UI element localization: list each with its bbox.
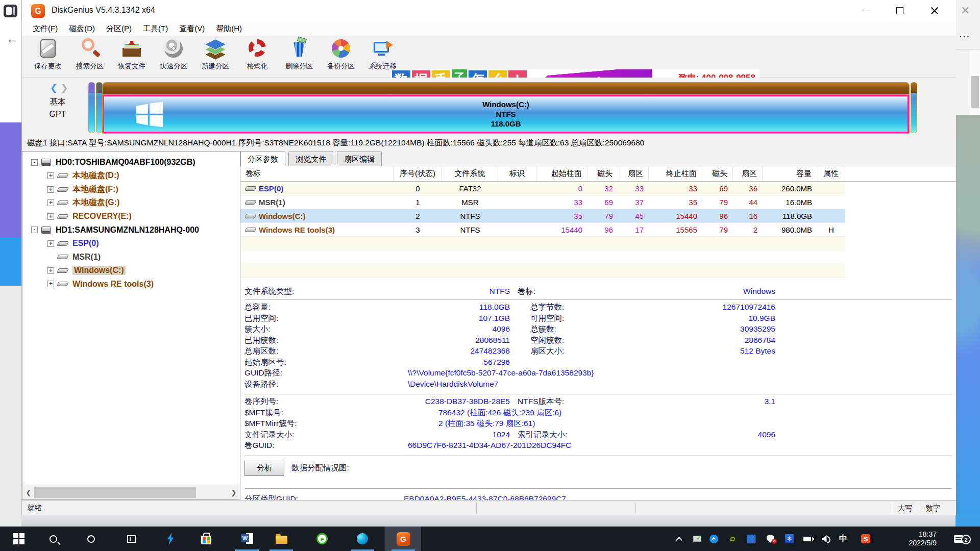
tab-partition-params[interactable]: 分区参数 bbox=[240, 151, 285, 167]
speaker-icon bbox=[822, 535, 829, 542]
tree-item-hd0[interactable]: - HD0:TOSHIBAMQ04ABF100(932GB) bbox=[22, 156, 240, 169]
analyze-button[interactable]: 分析 bbox=[244, 461, 284, 476]
table-row-windows-c-selected[interactable]: Windows(C:) 2NTFS 357945 154409616 118.0… bbox=[240, 209, 845, 223]
scroll-left-icon[interactable]: ❮ bbox=[22, 485, 35, 499]
partition-bar-esp[interactable] bbox=[89, 83, 94, 133]
disk-tree-panel: - HD0:TOSHIBAMQ04ABF100(932GB) + 本地磁盘(D:… bbox=[22, 151, 240, 500]
tree-item-msr[interactable]: MSR(1) bbox=[22, 251, 240, 264]
start-button[interactable] bbox=[7, 527, 31, 551]
tray-snowflake-app[interactable]: ❄ bbox=[782, 527, 797, 551]
volume-icon bbox=[57, 255, 69, 259]
tree-item-windows-c[interactable]: + Windows(C:) bbox=[22, 264, 240, 278]
tray-intel-graphics[interactable] bbox=[743, 527, 758, 551]
tray-nvidia[interactable] bbox=[725, 527, 740, 551]
status-cell bbox=[635, 503, 891, 513]
task-view-button[interactable] bbox=[119, 527, 143, 551]
expand-icon[interactable]: + bbox=[47, 281, 54, 287]
close-button[interactable] bbox=[921, 0, 948, 21]
tray-show-hidden[interactable] bbox=[671, 527, 687, 551]
expand-icon[interactable]: + bbox=[47, 186, 54, 193]
taskbar-app-edge[interactable] bbox=[350, 527, 375, 551]
tab-browse-files[interactable]: 浏览文件 bbox=[288, 152, 333, 166]
toolbar-format[interactable]: 格式化 bbox=[236, 37, 278, 76]
tray-defender[interactable]: ✕ bbox=[763, 527, 778, 551]
next-disk-icon[interactable]: ❯ bbox=[61, 83, 68, 93]
table-row-msr[interactable]: MSR(1) 1MSR 336937 357944 16.0MB bbox=[240, 195, 845, 209]
volume-icon bbox=[57, 173, 69, 178]
toolbar-new-partition[interactable]: 新建分区 bbox=[194, 37, 236, 76]
menu-tools[interactable]: 工具(T) bbox=[137, 24, 174, 34]
scroll-right-icon[interactable]: ❯ bbox=[228, 485, 240, 499]
tree-item-local-f[interactable]: + 本地磁盘(F:) bbox=[22, 183, 240, 196]
toolbar-recover-files[interactable]: 恢复文件 bbox=[111, 37, 153, 76]
overflow-menu-icon: ⋯ bbox=[959, 30, 969, 43]
collapse-icon[interactable]: - bbox=[31, 159, 38, 166]
expand-icon[interactable]: + bbox=[47, 172, 54, 179]
tree-item-local-d[interactable]: + 本地磁盘(D:) bbox=[22, 169, 240, 183]
empty-row bbox=[240, 264, 845, 278]
tree-item-local-g[interactable]: + 本地磁盘(G:) bbox=[22, 196, 240, 210]
tab-sector-edit[interactable]: 扇区编辑 bbox=[337, 152, 382, 166]
tray-power[interactable] bbox=[800, 527, 816, 551]
status-num: 数字 bbox=[919, 503, 947, 513]
disk-icon bbox=[41, 227, 51, 234]
prev-disk-icon[interactable]: ❮ bbox=[50, 83, 57, 93]
toolbar-delete-partition[interactable]: 删除分区 bbox=[278, 37, 320, 76]
toolbar-label: 新建分区 bbox=[194, 62, 236, 71]
flash-icon bbox=[165, 533, 176, 545]
toolbar-backup-partition[interactable]: 备份分区 bbox=[320, 37, 362, 76]
collapse-icon[interactable]: - bbox=[31, 227, 38, 233]
toolbar-search-partition[interactable]: 搜索分区 bbox=[69, 37, 111, 76]
background-gray-strip bbox=[0, 286, 21, 527]
expand-icon[interactable]: + bbox=[47, 240, 54, 247]
tree-item-label: MSR(1) bbox=[72, 253, 101, 262]
alert-badge: ✕ bbox=[772, 539, 777, 544]
tree-item-label: Windows(C:) bbox=[72, 266, 126, 275]
maximize-button[interactable] bbox=[887, 0, 913, 21]
partition-bar-windows-c[interactable]: Windows(C:) NTFS 118.0GB bbox=[103, 95, 909, 133]
menu-file[interactable]: 文件(F) bbox=[27, 24, 63, 34]
partition-bar-re-tools[interactable] bbox=[911, 83, 917, 133]
filesystem-details: 文件系统类型:NTFS 卷标:Windows 总容量:118.0GB总字节数:1… bbox=[244, 285, 952, 500]
table-row-esp[interactable]: ESP(0) 0FAT32 03233 336936 260.0MB bbox=[240, 182, 845, 195]
minimize-button[interactable] bbox=[852, 0, 879, 21]
taskbar-app-store[interactable] bbox=[194, 527, 218, 551]
notification-center-button[interactable]: 2 bbox=[943, 527, 974, 551]
tray-printer[interactable]: ✓ bbox=[690, 527, 705, 551]
back-arrow-icon[interactable]: ← bbox=[6, 32, 18, 46]
menu-help[interactable]: 帮助(H) bbox=[210, 24, 248, 34]
tree-horizontal-scrollbar[interactable]: ❮ ❯ bbox=[22, 485, 240, 499]
tray-sogou[interactable]: S bbox=[858, 527, 873, 551]
taskbar-app-explorer[interactable] bbox=[269, 527, 293, 551]
toolbar-save-changes[interactable]: 保存更改 bbox=[27, 37, 69, 76]
tree-item-windows-re[interactable]: + Windows RE tools(3) bbox=[22, 278, 240, 291]
tree-item-hd1[interactable]: - HD1:SAMSUNGMZNLN128HAHQ-000 bbox=[22, 223, 240, 237]
taskbar-cortana[interactable] bbox=[79, 527, 103, 551]
tray-volume[interactable] bbox=[818, 527, 833, 551]
table-row-windows-re[interactable]: Windows RE tools(3) 3NTFS 154409617 1556… bbox=[240, 223, 845, 237]
taskbar-app-browser[interactable]: e bbox=[310, 527, 334, 551]
taskbar-clock[interactable]: 18:37 2022/5/9 bbox=[886, 527, 937, 551]
tree-item-recovery-e[interactable]: + RECOVERY(E:) bbox=[22, 210, 240, 223]
scrollbar-thumb[interactable] bbox=[34, 487, 196, 498]
quick-partition-icon bbox=[162, 37, 185, 61]
menu-partition[interactable]: 分区(P) bbox=[101, 24, 137, 34]
cortana-icon bbox=[87, 535, 95, 543]
expand-icon[interactable]: + bbox=[47, 213, 54, 220]
menu-disk[interactable]: 磁盘(D) bbox=[63, 24, 101, 34]
menubar: 文件(F) 磁盘(D) 分区(P) 工具(T) 查看(V) 帮助(H) bbox=[22, 22, 956, 36]
tree-item-esp[interactable]: + ESP(0) bbox=[22, 237, 240, 251]
taskbar-app-word[interactable]: W bbox=[235, 527, 259, 551]
taskbar-app-flash[interactable] bbox=[158, 527, 183, 551]
empty-row bbox=[240, 237, 845, 251]
expand-icon[interactable]: + bbox=[47, 267, 54, 274]
taskbar-search[interactable] bbox=[41, 527, 65, 551]
menu-view[interactable]: 查看(V) bbox=[174, 24, 210, 34]
tray-app-blue[interactable] bbox=[706, 527, 721, 551]
tray-ime-indicator[interactable]: 中 bbox=[836, 527, 851, 551]
expand-icon[interactable]: + bbox=[47, 199, 54, 206]
toolbar-quick-partition[interactable]: 快速分区 bbox=[153, 37, 194, 76]
partition-bar-msr[interactable] bbox=[96, 83, 102, 133]
taskbar-app-diskgenius-active[interactable]: G bbox=[385, 527, 421, 551]
printer-icon: ✓ bbox=[693, 536, 701, 542]
